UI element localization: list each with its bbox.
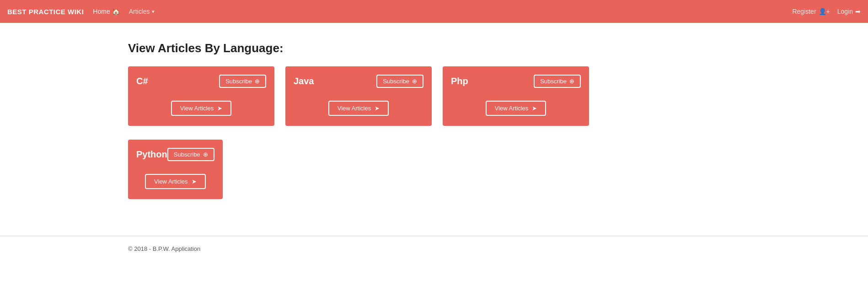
page-title: View Articles By Language: (128, 41, 740, 55)
lang-name-java: Java (294, 76, 314, 87)
card-top-php: Php Subscribe ⊕ (451, 75, 581, 88)
language-card-java: Java Subscribe ⊕ View Articles ➤ (285, 66, 432, 126)
language-cards-row1: C# Subscribe ⊕ View Articles ➤ Java Subs… (128, 66, 740, 126)
subscribe-label-python: Subscribe (174, 151, 200, 158)
language-card-python: Python Subscribe ⊕ View Articles ➤ (128, 140, 223, 199)
card-top-java: Java Subscribe ⊕ (294, 75, 423, 88)
nav-home-link[interactable]: Home 🏠 (93, 8, 119, 15)
plus-circle-icon-python: ⊕ (203, 151, 208, 158)
card-top-csharp: C# Subscribe ⊕ (136, 75, 266, 88)
card-bottom-java: View Articles ➤ (294, 101, 423, 116)
lang-name-csharp: C# (136, 76, 148, 87)
view-articles-button-php[interactable]: View Articles ➤ (486, 101, 546, 116)
plus-circle-icon-java: ⊕ (412, 78, 417, 85)
plus-circle-icon: ⊕ (255, 78, 260, 85)
view-articles-button-java[interactable]: View Articles ➤ (328, 101, 389, 116)
subscribe-label-php: Subscribe (540, 78, 567, 85)
register-link[interactable]: Register 👤+ (792, 8, 830, 15)
subscribe-button-python[interactable]: Subscribe ⊕ (167, 148, 214, 161)
language-cards-row2: Python Subscribe ⊕ View Articles ➤ (128, 140, 740, 199)
card-bottom-php: View Articles ➤ (451, 101, 581, 116)
subscribe-button-php[interactable]: Subscribe ⊕ (534, 75, 581, 88)
view-articles-label-csharp: View Articles (180, 105, 214, 112)
view-articles-label-java: View Articles (338, 105, 371, 112)
navbar: BEST PRACTICE WIKI Home 🏠 Articles ▾ Reg… (0, 0, 868, 23)
nav-articles-dropdown[interactable]: Articles ▾ (129, 8, 155, 15)
language-card-php: Php Subscribe ⊕ View Articles ➤ (443, 66, 589, 126)
card-top-python: Python Subscribe ⊕ (136, 148, 214, 161)
home-icon: 🏠 (112, 8, 120, 15)
lang-name-php: Php (451, 76, 468, 87)
language-card-csharp: C# Subscribe ⊕ View Articles ➤ (128, 66, 274, 126)
chevron-down-icon: ▾ (152, 9, 155, 15)
subscribe-label-java: Subscribe (383, 78, 409, 85)
footer: © 2018 - B.P.W. Application (0, 236, 868, 261)
subscribe-button-csharp[interactable]: Subscribe ⊕ (219, 75, 266, 88)
arrow-right-icon: ➤ (217, 105, 222, 112)
register-label: Register (792, 8, 816, 15)
nav-brand[interactable]: BEST PRACTICE WIKI (7, 8, 84, 16)
plus-circle-icon-php: ⊕ (569, 78, 574, 85)
view-articles-label-php: View Articles (495, 105, 528, 112)
login-label: Login (837, 8, 853, 15)
subscribe-label-csharp: Subscribe (225, 78, 252, 85)
nav-right: Register 👤+ Login ➡ (792, 8, 861, 15)
view-articles-label-python: View Articles (154, 178, 188, 185)
lang-name-python: Python (136, 149, 167, 160)
home-label: Home (93, 8, 110, 15)
view-articles-button-csharp[interactable]: View Articles ➤ (171, 101, 231, 116)
card-bottom-python: View Articles ➤ (136, 174, 214, 189)
card-bottom-csharp: View Articles ➤ (136, 101, 266, 116)
arrow-right-icon-php: ➤ (532, 105, 537, 112)
subscribe-button-java[interactable]: Subscribe ⊕ (376, 75, 423, 88)
arrow-right-icon-python: ➤ (192, 178, 197, 185)
user-plus-icon: 👤+ (819, 8, 830, 15)
articles-label: Articles (129, 8, 150, 15)
arrow-right-icon-java: ➤ (375, 105, 380, 112)
view-articles-button-python[interactable]: View Articles ➤ (145, 174, 205, 189)
main-content: View Articles By Language: C# Subscribe … (0, 23, 868, 236)
footer-text: © 2018 - B.P.W. Application (128, 245, 200, 252)
sign-in-icon: ➡ (855, 8, 861, 15)
login-link[interactable]: Login ➡ (837, 8, 861, 15)
nav-left: BEST PRACTICE WIKI Home 🏠 Articles ▾ (7, 8, 155, 16)
